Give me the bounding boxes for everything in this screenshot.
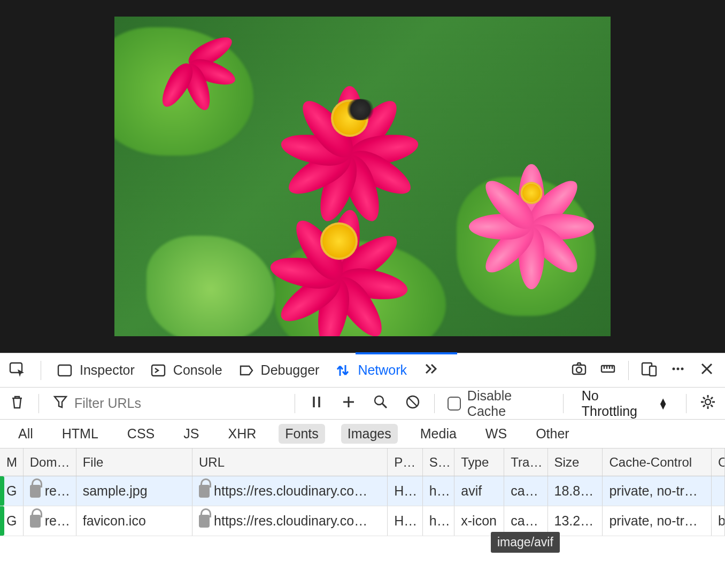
tab-inspector[interactable]: Inspector	[56, 362, 135, 379]
svg-point-11	[375, 396, 383, 405]
disable-cache-toggle[interactable]: Disable Cache	[448, 388, 550, 419]
pause-icon[interactable]	[308, 393, 325, 414]
network-toolbar: Disable Cache No Throttling ▲▼	[0, 388, 725, 420]
filter-urls-input[interactable]	[74, 396, 245, 411]
col-size[interactable]: Size	[548, 448, 603, 476]
lock-icon	[30, 515, 41, 528]
col-last[interactable]: C	[712, 448, 725, 476]
lock-icon	[30, 485, 41, 498]
cell-type: x-icon	[454, 506, 504, 536]
cell-protocol: H…	[388, 476, 422, 506]
throttling-select[interactable]: No Throttling ▲▼	[576, 386, 673, 421]
cell-scheme: h…	[423, 506, 455, 536]
tab-network-label: Network	[358, 362, 407, 378]
cell-type: avif	[454, 476, 504, 506]
disable-cache-checkbox[interactable]	[448, 397, 461, 411]
page-viewport	[0, 0, 725, 353]
clear-icon[interactable]	[9, 393, 26, 414]
responsive-mode-icon[interactable]	[641, 360, 658, 381]
block-icon[interactable]	[404, 393, 421, 414]
lock-icon	[199, 485, 210, 498]
cell-cache: private, no-tr…	[603, 476, 712, 506]
col-method[interactable]: M	[0, 448, 24, 476]
tab-debugger[interactable]: Debugger	[237, 362, 320, 379]
cell-cache: private, no-tr…	[603, 506, 712, 536]
svg-point-10	[681, 367, 684, 370]
settings-gear-icon[interactable]	[699, 393, 716, 414]
col-cache-control[interactable]: Cache-Control	[603, 448, 712, 476]
measure-icon[interactable]	[599, 360, 616, 381]
disable-cache-label: Disable Cache	[467, 388, 550, 419]
request-row[interactable]: G re… favicon.ico https://res.cloudinary…	[0, 506, 725, 536]
filter-css[interactable]: CSS	[121, 424, 161, 444]
filter-media[interactable]: Media	[414, 424, 463, 444]
type-tooltip: image/avif	[491, 532, 560, 553]
filter-images[interactable]: Images	[341, 424, 398, 444]
tab-network[interactable]: Network	[334, 362, 407, 379]
tab-console[interactable]: Console	[150, 362, 222, 379]
col-protocol[interactable]: P…	[388, 448, 422, 476]
request-type-filters: All HTML CSS JS XHR Fonts Images Media W…	[0, 420, 725, 448]
svg-point-8	[673, 367, 675, 370]
cell-transferred: ca…	[504, 506, 547, 536]
tab-inspector-label: Inspector	[80, 362, 135, 378]
col-type[interactable]: Type	[454, 448, 504, 476]
col-domain[interactable]: Dom…	[24, 448, 76, 476]
screenshot-icon[interactable]	[570, 360, 588, 381]
col-transferred[interactable]: Tra…	[504, 448, 547, 476]
cell-file: sample.jpg	[76, 476, 192, 506]
col-scheme[interactable]: S…	[423, 448, 455, 476]
filter-xhr[interactable]: XHR	[221, 424, 263, 444]
tab-console-label: Console	[173, 362, 222, 378]
filter-fonts[interactable]: Fonts	[279, 424, 325, 444]
svg-rect-7	[650, 366, 656, 376]
filter-ws[interactable]: WS	[479, 424, 513, 444]
cell-domain: re…	[24, 476, 76, 506]
filter-all[interactable]: All	[12, 424, 40, 444]
col-file[interactable]: File	[76, 448, 192, 476]
filter-js[interactable]: JS	[177, 424, 205, 444]
request-table-header: M Dom… File URL P… S… Type Tra… Size Cac…	[0, 448, 725, 476]
filter-other[interactable]: Other	[529, 424, 576, 444]
kebab-menu-icon[interactable]	[669, 360, 687, 381]
content-image	[114, 17, 611, 336]
svg-rect-1	[58, 365, 71, 376]
cell-last	[712, 476, 725, 506]
cell-file: favicon.ico	[76, 506, 192, 536]
cell-size: 18.8…	[548, 476, 603, 506]
cell-transferred: ca…	[504, 476, 547, 506]
svg-point-9	[677, 367, 680, 370]
cell-domain: re…	[24, 506, 76, 536]
cell-url: https://res.cloudinary.co…	[192, 506, 388, 536]
cell-url: https://res.cloudinary.co…	[192, 476, 388, 506]
throttling-label: No Throttling	[582, 388, 654, 419]
col-url[interactable]: URL	[192, 448, 388, 476]
status-indicator	[0, 506, 4, 536]
select-arrows-icon: ▲▼	[658, 398, 668, 409]
filter-html[interactable]: HTML	[56, 424, 105, 444]
request-row[interactable]: G re… sample.jpg https://res.cloudinary.…	[0, 476, 725, 506]
status-indicator	[0, 476, 4, 506]
add-icon[interactable]	[340, 393, 357, 414]
pick-element-icon[interactable]	[9, 360, 26, 381]
search-icon[interactable]	[372, 393, 389, 414]
svg-point-4	[576, 367, 582, 373]
cell-last: b	[712, 506, 725, 536]
cell-protocol: H…	[388, 506, 422, 536]
filter-icon[interactable]	[52, 393, 69, 414]
more-tabs-icon[interactable]	[422, 360, 439, 381]
devtools-tabbar: Inspector Console Debugger Network	[0, 353, 725, 388]
lock-icon	[199, 515, 210, 528]
cell-scheme: h…	[423, 476, 455, 506]
devtools-panel: Inspector Console Debugger Network	[0, 353, 725, 588]
close-devtools-icon[interactable]	[698, 360, 715, 381]
tab-debugger-label: Debugger	[261, 362, 320, 378]
cell-size: 13.2…	[548, 506, 603, 536]
svg-point-13	[705, 399, 711, 405]
